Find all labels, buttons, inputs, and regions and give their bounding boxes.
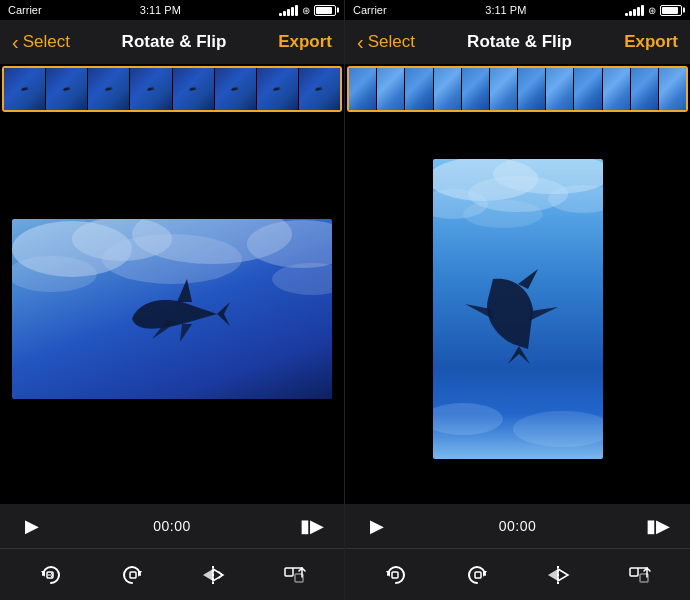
rframe-2: [377, 68, 405, 110]
bar1: [279, 13, 282, 16]
time-left: 3:11 PM: [140, 4, 181, 16]
toolbar-right: [345, 548, 690, 600]
filmstrip-frames-left[interactable]: [2, 66, 342, 112]
filmstrip-right[interactable]: [345, 64, 690, 114]
rotate-left-button-right[interactable]: [372, 557, 420, 593]
nav-bar-right: ‹ Select Rotate & Flip Export: [345, 20, 690, 64]
frame-6: [215, 68, 257, 110]
rframe-5: [462, 68, 490, 110]
rotate-right-icon: [116, 561, 148, 589]
svg-point-18: [463, 200, 543, 228]
rotate-right-icon-right: [461, 561, 493, 589]
frame-1: [4, 68, 46, 110]
video-area-right: [345, 114, 690, 504]
svg-rect-22: [392, 572, 398, 578]
back-chevron-right: ‹: [357, 32, 364, 52]
flip-vertical-button-left[interactable]: [270, 557, 318, 593]
status-icons-left: ⊛: [279, 5, 336, 16]
rframe-4: [434, 68, 462, 110]
skip-end-button-right[interactable]: ▮▶: [646, 515, 670, 537]
play-button-right[interactable]: ▶: [365, 515, 389, 537]
time-display-right: 00:00: [499, 518, 537, 534]
video-landscape: [12, 219, 332, 399]
svg-rect-11: [285, 568, 293, 576]
battery-left: [314, 5, 336, 16]
battery-right: [660, 5, 682, 16]
video-area-left: [0, 114, 344, 504]
bar4: [291, 7, 294, 16]
flip-h-icon: [197, 561, 229, 589]
signal-right: [625, 5, 644, 16]
rotate-right-button-right[interactable]: [453, 557, 501, 593]
back-button-left[interactable]: ‹ Select: [12, 32, 70, 52]
frame-5: [173, 68, 215, 110]
svg-rect-10: [130, 572, 136, 578]
status-bar-left: Carrier 3:11 PM ⊛: [0, 0, 344, 20]
bar3: [287, 9, 290, 16]
rotate-left-icon: [35, 561, 67, 589]
flip-horizontal-button-left[interactable]: [189, 557, 237, 593]
nav-title-left: Rotate & Flip: [122, 32, 227, 52]
svg-rect-25: [630, 568, 638, 576]
flip-v-icon: [278, 561, 310, 589]
battery-fill-left: [316, 7, 332, 14]
signal-left: [279, 5, 298, 16]
skip-end-button-left[interactable]: ▮▶: [300, 515, 324, 537]
play-button-left[interactable]: ▶: [20, 515, 44, 537]
bar2: [283, 11, 286, 16]
frame-4: [130, 68, 172, 110]
flip-horizontal-button-right[interactable]: [534, 557, 582, 593]
back-button-right[interactable]: ‹ Select: [357, 32, 415, 52]
bar2r: [629, 11, 632, 16]
flip-vertical-button-right[interactable]: [615, 557, 663, 593]
export-button-left[interactable]: Export: [278, 32, 332, 52]
rframe-10: [603, 68, 631, 110]
rframe-3: [405, 68, 433, 110]
export-button-right[interactable]: Export: [624, 32, 678, 52]
controls-bar-left: ▶ 00:00 ▮▶: [0, 504, 344, 548]
rotate-right-button-left[interactable]: [108, 557, 156, 593]
frame-8: [299, 68, 340, 110]
video-portrait: [433, 159, 603, 459]
time-right: 3:11 PM: [485, 4, 526, 16]
left-panel: Carrier 3:11 PM ⊛ ‹ Select Rotate & Flip…: [0, 0, 345, 600]
time-display-left: 00:00: [153, 518, 191, 534]
nav-title-right: Rotate & Flip: [467, 32, 572, 52]
toolbar-left: [0, 548, 344, 600]
rframe-6: [490, 68, 518, 110]
svg-marker-9: [138, 571, 142, 577]
bar4r: [637, 7, 640, 16]
status-icons-right: ⊛: [625, 5, 682, 16]
shark-svg-right: [453, 259, 583, 369]
svg-marker-7: [41, 571, 45, 577]
rframe-7: [518, 68, 546, 110]
rframe-11: [631, 68, 659, 110]
back-chevron-left: ‹: [12, 32, 19, 52]
bar3r: [633, 9, 636, 16]
filmstrip-frames-right[interactable]: [347, 66, 688, 112]
svg-point-20: [513, 411, 603, 447]
carrier-right: Carrier: [353, 4, 387, 16]
flip-h-icon-right: [542, 561, 574, 589]
svg-point-6: [272, 263, 332, 295]
svg-marker-23: [483, 571, 487, 577]
bar5r: [641, 5, 644, 16]
back-label-right: Select: [368, 32, 415, 52]
carrier-left: Carrier: [8, 4, 42, 16]
status-bar-right: Carrier 3:11 PM ⊛: [345, 0, 690, 20]
controls-bar-right: ▶ 00:00 ▮▶: [345, 504, 690, 548]
frame-3: [88, 68, 130, 110]
shark-svg-left: [112, 274, 232, 354]
rframe-1: [349, 68, 377, 110]
battery-fill-right: [662, 7, 678, 14]
wifi-left: ⊛: [302, 5, 310, 16]
svg-marker-21: [386, 571, 390, 577]
right-panel: Carrier 3:11 PM ⊛ ‹ Select Rotate & Flip…: [345, 0, 690, 600]
filmstrip-left[interactable]: [0, 64, 344, 114]
bar1r: [625, 13, 628, 16]
rotate-left-icon-right: [380, 561, 412, 589]
rframe-9: [574, 68, 602, 110]
rotate-left-button-left[interactable]: [27, 557, 75, 593]
back-label-left: Select: [23, 32, 70, 52]
frame-7: [257, 68, 299, 110]
